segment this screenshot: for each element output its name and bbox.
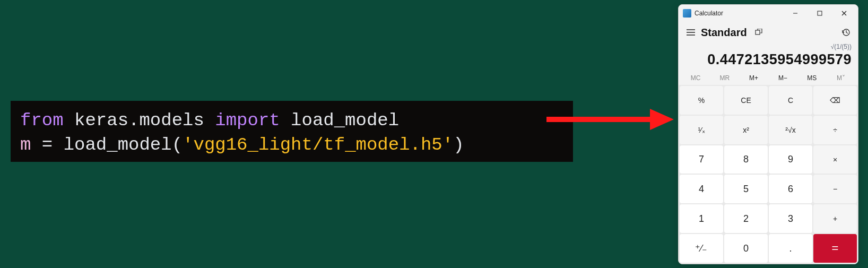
memory-store-button[interactable]: MS xyxy=(800,74,823,82)
minimize-button[interactable] xyxy=(785,6,806,21)
code-string: 'vgg16_light/tf_model.h5' xyxy=(183,135,453,155)
titlebar: Calculator xyxy=(679,5,858,22)
code-block: from keras.models import load_model m = … xyxy=(11,101,573,162)
square-key[interactable]: x² xyxy=(724,116,768,144)
keypad: % CE C ⌫ ¹⁄ₓ x² ²√x ÷ 7 8 9 × 4 5 6 − 1 … xyxy=(679,85,858,264)
display: √(1/(5)) 0.4472135954999579 xyxy=(679,42,858,71)
code-func: load_model xyxy=(64,135,172,155)
digit-1-key[interactable]: 1 xyxy=(680,204,723,233)
calculator-app-icon xyxy=(683,9,691,18)
code-lparen: ( xyxy=(172,135,183,155)
digit-4-key[interactable]: 4 xyxy=(680,175,723,203)
code-module: keras.models xyxy=(64,110,215,131)
close-icon xyxy=(841,11,847,16)
multiply-key[interactable]: × xyxy=(813,145,857,174)
clear-key[interactable]: C xyxy=(769,86,812,115)
digit-7-key[interactable]: 7 xyxy=(680,145,723,174)
result-display: 0.4472135954999579 xyxy=(685,51,852,68)
svg-rect-9 xyxy=(756,30,760,34)
code-import-name: load_model xyxy=(280,110,399,131)
digit-5-key[interactable]: 5 xyxy=(724,175,768,203)
memory-add-button[interactable]: M+ xyxy=(742,74,766,82)
window-title: Calculator xyxy=(695,10,723,17)
svg-rect-3 xyxy=(818,11,822,15)
decimal-key[interactable]: . xyxy=(769,234,812,263)
digit-0-key[interactable]: 0 xyxy=(724,234,768,263)
digit-2-key[interactable]: 2 xyxy=(724,204,768,233)
history-button[interactable] xyxy=(839,25,853,39)
subtract-key[interactable]: − xyxy=(813,175,857,203)
reciprocal-key[interactable]: ¹⁄ₓ xyxy=(680,116,723,144)
sqrt-key[interactable]: ²√x xyxy=(769,116,812,144)
maximize-button[interactable] xyxy=(809,6,830,21)
keep-on-top-button[interactable] xyxy=(752,26,765,39)
code-rparen: ) xyxy=(453,135,464,155)
code-var: m xyxy=(20,135,31,155)
digit-6-key[interactable]: 6 xyxy=(769,175,812,203)
negate-key[interactable]: ⁺⁄₋ xyxy=(680,234,723,263)
memory-list-button[interactable]: M˅ xyxy=(829,74,853,82)
svg-marker-1 xyxy=(650,109,674,130)
hamburger-menu-button[interactable] xyxy=(684,25,698,39)
memory-subtract-button[interactable]: M− xyxy=(771,74,794,82)
expression-display: √(1/(5)) xyxy=(685,43,852,51)
keep-on-top-icon xyxy=(755,29,762,36)
digit-9-key[interactable]: 9 xyxy=(769,145,812,174)
close-button[interactable] xyxy=(834,6,855,21)
percent-key[interactable]: % xyxy=(680,86,723,115)
code-assign: = xyxy=(31,135,63,155)
memory-recall-button[interactable]: MR xyxy=(713,74,736,82)
memory-clear-button[interactable]: MC xyxy=(684,74,707,82)
minimize-icon xyxy=(793,11,798,16)
code-keyword-from: from xyxy=(20,110,64,131)
equals-key[interactable]: = xyxy=(813,234,857,263)
digit-3-key[interactable]: 3 xyxy=(769,204,812,233)
memory-row: MC MR M+ M− MS M˅ xyxy=(679,71,858,85)
calculator-window: Calculator Standard √(1/(5)) 0.447213595… xyxy=(678,4,858,264)
maximize-icon xyxy=(817,11,822,16)
history-icon xyxy=(841,28,850,37)
digit-8-key[interactable]: 8 xyxy=(724,145,768,174)
mode-bar: Standard xyxy=(679,22,858,42)
mode-label: Standard xyxy=(701,27,747,39)
backspace-key[interactable]: ⌫ xyxy=(813,86,857,115)
divide-key[interactable]: ÷ xyxy=(813,116,857,144)
code-keyword-import: import xyxy=(215,110,280,131)
clear-entry-key[interactable]: CE xyxy=(724,86,768,115)
hamburger-icon xyxy=(687,29,695,36)
add-key[interactable]: + xyxy=(813,204,857,233)
